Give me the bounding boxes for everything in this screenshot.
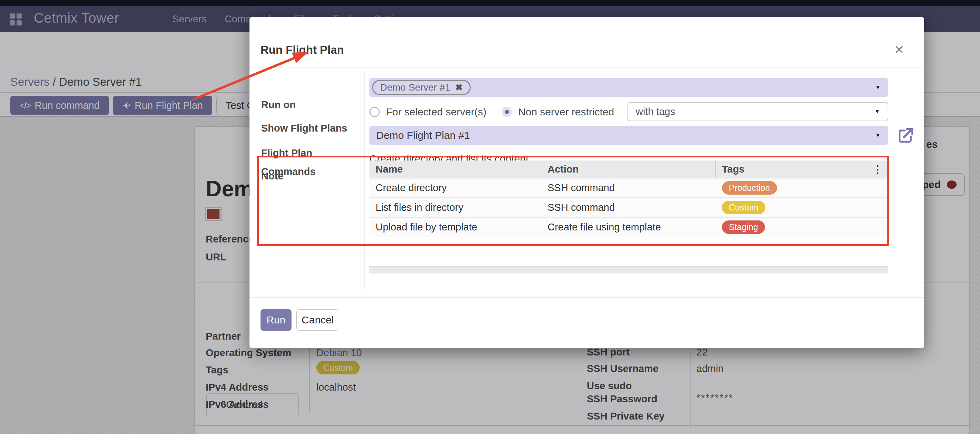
close-icon[interactable]: × [894, 41, 904, 57]
run-button[interactable]: Run [261, 309, 291, 331]
run-on-field[interactable]: Demo Server #1 ✖ ▼ [369, 78, 888, 97]
remove-tag-icon[interactable]: ✖ [455, 82, 463, 93]
server-tag-chip[interactable]: Demo Server #1 ✖ [372, 80, 471, 95]
show-flight-plans-label: Show Flight Plans [261, 122, 347, 134]
screen: Cetmix Tower Servers Commands Files Tool… [0, 0, 980, 434]
radio-selected-servers-label[interactable]: For selected server(s) [386, 106, 487, 118]
external-link-icon[interactable] [897, 127, 915, 145]
run-on-label: Run on [261, 99, 296, 111]
flight-plan-field[interactable]: Demo Flight Plan #1 ▼ [369, 126, 888, 145]
radio-non-restricted[interactable] [502, 107, 512, 117]
cancel-button[interactable]: Cancel [296, 309, 339, 331]
flight-plan-scope-radios: For selected server(s) Non server restri… [369, 106, 614, 118]
caret-down-icon: ▼ [874, 108, 880, 115]
modal-footer-divider [250, 297, 924, 297]
modal-header-divider [250, 67, 924, 68]
modal-title: Run Flight Plan [261, 43, 344, 57]
annotation-rectangle [257, 156, 889, 246]
radio-selected-servers[interactable] [369, 107, 380, 117]
radio-non-restricted-label[interactable]: Non server restricted [518, 106, 614, 118]
caret-down-icon[interactable]: ▼ [875, 84, 881, 91]
caret-down-icon[interactable]: ▼ [875, 132, 881, 139]
table-horizontal-scrollbar[interactable] [369, 266, 888, 273]
tags-filter-select[interactable]: with tags ▼ [627, 102, 888, 121]
